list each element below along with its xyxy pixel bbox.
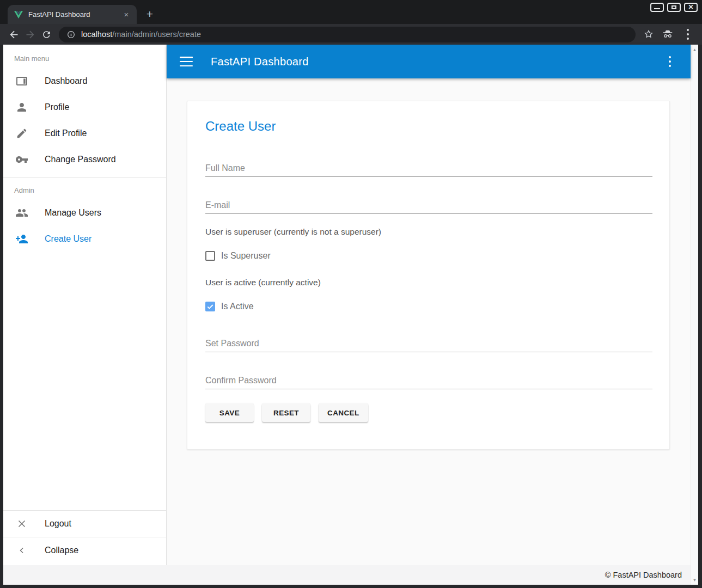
kebab-icon bbox=[669, 56, 672, 59]
close-icon: ✕ bbox=[685, 4, 697, 11]
sidebar-divider bbox=[3, 177, 166, 177]
browser-window: FastAPI Dashboard × + ✕ localhost/main/a… bbox=[0, 0, 702, 588]
pencil-icon bbox=[15, 127, 28, 140]
maximize-button[interactable] bbox=[667, 3, 681, 12]
new-tab-button[interactable]: + bbox=[143, 8, 157, 22]
full-name-input[interactable] bbox=[205, 160, 652, 177]
back-arrow-icon bbox=[8, 29, 20, 40]
bookmark-star-icon[interactable] bbox=[643, 29, 654, 40]
cancel-button[interactable]: CANCEL bbox=[319, 403, 368, 422]
page-viewport: Main menu Dashboard Profile Edit Profile bbox=[3, 45, 698, 585]
forward-button[interactable] bbox=[22, 26, 38, 42]
url-bar[interactable]: localhost/main/admin/users/create bbox=[59, 27, 636, 42]
minimize-button[interactable] bbox=[650, 3, 664, 12]
url-host: localhost bbox=[81, 30, 112, 39]
sidebar-item-label: Collapse bbox=[45, 546, 78, 555]
people-icon bbox=[15, 206, 28, 219]
sidebar-item-label: Edit Profile bbox=[45, 128, 87, 138]
set-password-input[interactable] bbox=[205, 335, 652, 352]
is-superuser-checkbox-row[interactable]: Is Superuser bbox=[205, 250, 651, 261]
reload-icon bbox=[41, 29, 52, 40]
is-superuser-label: Is Superuser bbox=[221, 251, 271, 261]
site-info-icon[interactable] bbox=[66, 30, 76, 39]
url-path: /main/admin/users/create bbox=[112, 30, 201, 39]
person-add-icon bbox=[15, 232, 28, 246]
browser-toolbar: localhost/main/admin/users/create bbox=[0, 24, 702, 45]
scroll-up-arrow-icon[interactable]: ▲ bbox=[691, 46, 698, 53]
page-title: Create User bbox=[205, 119, 651, 134]
sidebar-item-create-user[interactable]: Create User bbox=[3, 226, 166, 252]
browser-tab[interactable]: FastAPI Dashboard × bbox=[8, 5, 137, 24]
sidebar-item-label: Manage Users bbox=[45, 208, 101, 218]
app-bar: FastAPI Dashboard bbox=[167, 45, 691, 78]
close-x-icon bbox=[15, 517, 28, 530]
is-superuser-checkbox[interactable] bbox=[205, 251, 215, 261]
is-active-checkbox[interactable] bbox=[205, 302, 215, 311]
create-user-card: Create User User is superuser (currently… bbox=[187, 101, 670, 450]
sidebar-item-label: Dashboard bbox=[45, 76, 87, 86]
person-icon bbox=[15, 101, 28, 114]
vertical-scrollbar[interactable]: ▲ ▼ bbox=[691, 45, 698, 585]
sidebar-item-dashboard[interactable]: Dashboard bbox=[3, 68, 166, 94]
forward-arrow-icon bbox=[25, 29, 36, 40]
browser-menu-button[interactable] bbox=[681, 28, 694, 41]
window-controls: ✕ bbox=[650, 3, 698, 12]
tab-strip: FastAPI Dashboard × + ✕ bbox=[0, 0, 702, 24]
tab-title: FastAPI Dashboard bbox=[28, 10, 121, 19]
copyright-text: © FastAPI Dashboard bbox=[605, 571, 682, 579]
main-content: Create User User is superuser (currently… bbox=[167, 78, 691, 565]
sidebar-caption-admin: Admin bbox=[3, 182, 166, 200]
sidebar: Main menu Dashboard Profile Edit Profile bbox=[3, 45, 167, 565]
maximize-icon bbox=[672, 5, 676, 9]
back-button[interactable] bbox=[5, 26, 22, 42]
page-footer: © FastAPI Dashboard bbox=[3, 565, 691, 585]
email-input[interactable] bbox=[205, 197, 652, 214]
sidebar-item-label: Logout bbox=[45, 519, 71, 529]
dashboard-icon bbox=[15, 75, 28, 88]
reload-button[interactable] bbox=[38, 26, 54, 42]
form-actions: SAVE RESET CANCEL bbox=[205, 403, 651, 422]
sidebar-item-manage-users[interactable]: Manage Users bbox=[3, 200, 166, 226]
app-bar-menu-button[interactable] bbox=[663, 55, 676, 68]
sidebar-item-edit-profile[interactable]: Edit Profile bbox=[3, 120, 166, 146]
hamburger-menu-button[interactable] bbox=[180, 57, 193, 66]
incognito-icon bbox=[662, 28, 674, 40]
hamburger-icon bbox=[180, 57, 193, 58]
url-text: localhost/main/admin/users/create bbox=[81, 30, 201, 39]
confirm-password-input[interactable] bbox=[205, 372, 652, 389]
active-note: User is active (currently active) bbox=[205, 278, 651, 287]
app-bar-title: FastAPI Dashboard bbox=[211, 56, 663, 68]
is-active-label: Is Active bbox=[221, 302, 254, 311]
sidebar-item-logout[interactable]: Logout bbox=[3, 511, 166, 537]
scroll-down-arrow-icon[interactable]: ▼ bbox=[691, 576, 698, 584]
superuser-note: User is superuser (currently is not a su… bbox=[205, 227, 651, 237]
chevron-left-icon bbox=[15, 544, 28, 557]
reset-button[interactable]: RESET bbox=[262, 403, 310, 422]
minimize-icon bbox=[654, 8, 660, 9]
sidebar-item-label: Change Password bbox=[45, 155, 116, 164]
sidebar-item-label: Create User bbox=[45, 234, 91, 244]
is-active-checkbox-row[interactable]: Is Active bbox=[205, 301, 651, 312]
sidebar-item-change-password[interactable]: Change Password bbox=[3, 146, 166, 173]
sidebar-item-profile[interactable]: Profile bbox=[3, 94, 166, 120]
key-icon bbox=[15, 153, 28, 166]
tab-close-icon[interactable]: × bbox=[121, 10, 131, 20]
save-button[interactable]: SAVE bbox=[205, 403, 254, 422]
sidebar-item-label: Profile bbox=[45, 102, 69, 112]
close-button[interactable]: ✕ bbox=[684, 3, 698, 12]
sidebar-item-collapse[interactable]: Collapse bbox=[3, 537, 166, 564]
vue-logo-icon bbox=[14, 10, 23, 19]
sidebar-caption-main-menu: Main menu bbox=[3, 45, 166, 68]
